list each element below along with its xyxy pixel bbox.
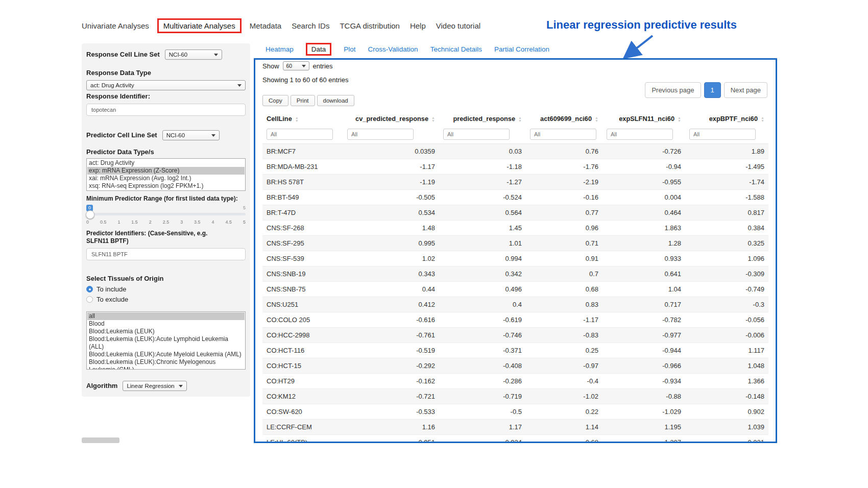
predictor-data-type-option[interactable]: act: Drug Activity [87, 159, 245, 167]
tab-heatmap[interactable]: Heatmap [266, 45, 294, 53]
cell: 0.68 [526, 282, 602, 297]
top-nav: Univariate AnalysesMultivariate Analyses… [82, 18, 486, 33]
chevron-down-icon [237, 84, 242, 87]
column-header-expslfn11-nci60[interactable]: expSLFN11_nci60▲▼ [602, 110, 685, 127]
predictor-data-type-option[interactable]: exp: mRNA Expression (Z-Score) [87, 167, 245, 175]
column-filter-input[interactable] [530, 129, 596, 140]
sort-icon[interactable]: ▲▼ [295, 116, 299, 123]
column-header-cv-predicted-response[interactable]: cv_predicted_response▲▼ [343, 110, 439, 127]
cell: -0.88 [602, 389, 685, 404]
nav-item-univariate-analyses[interactable]: Univariate Analyses [82, 19, 154, 33]
cell: 0.44 [343, 282, 439, 297]
table-row: LE:HL-60(TB)0.9510.9340.681.3070.031 [262, 435, 768, 444]
cell: -1.76 [526, 159, 602, 175]
predictor-identifiers-input[interactable] [86, 248, 246, 260]
cell: -0.309 [685, 266, 768, 282]
algorithm-select[interactable]: Linear Regression [123, 381, 186, 391]
tab-cross-validation[interactable]: Cross-Validation [368, 45, 418, 53]
tissue-option[interactable]: Blood:Leukemia (LEUK):Acute Lymphoid Leu… [87, 335, 245, 351]
cell: 0.0359 [343, 144, 439, 159]
tab-technical-details[interactable]: Technical Details [430, 45, 482, 53]
show-entries-row: Show 60 entries [262, 60, 768, 71]
sort-icon[interactable]: ▲▼ [595, 116, 598, 123]
nav-item-metadata[interactable]: Metadata [245, 19, 287, 33]
response-data-type-select[interactable]: act: Drug Activity [86, 80, 246, 90]
export-button-download[interactable]: download [317, 95, 354, 106]
sort-icon[interactable]: ▲▼ [518, 116, 522, 123]
slider-tick-label: 3 [180, 219, 183, 225]
table-row: BR:HS 578T-1.19-1.27-2.19-0.955-1.74 [262, 175, 768, 190]
nav-item-multivariate-analyses[interactable]: Multivariate Analyses [157, 18, 242, 33]
previous-page-button[interactable]: Previous page [645, 82, 701, 98]
tissue-include-radio[interactable]: To include [86, 285, 246, 293]
column-filter-input[interactable] [607, 129, 673, 140]
cell: 1.14 [526, 420, 602, 435]
response-cell-line-set-select[interactable]: NCI-60 [165, 50, 222, 60]
cell: 0.641 [602, 266, 685, 282]
nav-item-video-tutorial[interactable]: Video tutorial [431, 19, 486, 33]
cell: 0.412 [343, 297, 439, 312]
response-cell-line-set-label: Response Cell Line Set [86, 51, 160, 59]
table-row: BR:BT-549-0.505-0.524-0.160.004-1.588 [262, 190, 768, 205]
tissue-option[interactable]: Blood:Leukemia (LEUK):Acute Myeloid Leuk… [87, 351, 245, 358]
sort-icon[interactable]: ▲▼ [431, 116, 435, 123]
column-header-expbptf-nci60[interactable]: expBPTF_nci60▲▼ [685, 110, 768, 127]
export-button-print[interactable]: Print [291, 95, 315, 106]
tissue-exclude-radio[interactable]: To exclude [86, 296, 246, 303]
column-filter-input[interactable] [689, 129, 756, 140]
cell: 0.4 [439, 297, 526, 312]
predictor-data-type-option[interactable]: xai: mRNA Expression (Avg. log2 Int.) [87, 175, 245, 182]
tissue-option[interactable]: Blood:Leukemia (LEUK) [87, 328, 245, 335]
column-filter-input[interactable] [347, 129, 414, 140]
min-predictor-range-slider[interactable]: 0 5 00.511.522.533.544.55 [86, 205, 246, 225]
cell: -0.782 [602, 312, 685, 328]
cell: CO:HCT-116 [262, 343, 343, 358]
table-row: CO:HT29-0.162-0.286-0.4-0.9341.366 [262, 374, 768, 389]
show-entries-select[interactable]: 60 [283, 61, 309, 70]
tissue-option[interactable]: Blood:Leukemia (LEUK):Chronic Myelogenou… [87, 358, 245, 370]
slider-track[interactable] [86, 213, 246, 215]
sidebar: Response Cell Line Set NCI-60 Response D… [82, 43, 250, 397]
cell: 1.039 [685, 420, 768, 435]
cell: -0.533 [343, 404, 439, 420]
tissue-option[interactable]: all [87, 312, 245, 320]
sort-icon[interactable]: ▲▼ [678, 116, 681, 123]
show-label: Show [262, 62, 279, 70]
cell: CNS:SF-295 [262, 236, 343, 251]
tab-data[interactable]: Data [306, 43, 332, 56]
column-header-act609699-nci60[interactable]: act609699_nci60▲▼ [526, 110, 602, 127]
cell: -0.97 [526, 358, 602, 374]
nav-item-search-ids[interactable]: Search IDs [286, 19, 334, 33]
slider-handle[interactable] [86, 210, 94, 219]
column-filter-input[interactable] [267, 129, 333, 140]
cell: 1.04 [602, 282, 685, 297]
response-identifier-label: Response Identifier: [86, 92, 246, 101]
predictor-cell-line-set-select[interactable]: NCI-60 [162, 130, 220, 140]
chevron-down-icon [179, 385, 183, 387]
tab-plot[interactable]: Plot [344, 45, 355, 53]
cell: 0.817 [685, 205, 768, 221]
next-page-button[interactable]: Next page [724, 82, 767, 98]
tissue-include-label: To include [97, 285, 127, 293]
tissue-list[interactable]: allBloodBlood:Leukemia (LEUK)Blood:Leuke… [86, 311, 246, 370]
sort-icon[interactable]: ▲▼ [761, 116, 764, 123]
current-page-button[interactable]: 1 [704, 82, 721, 98]
column-header-cellline[interactable]: CellLine▲▼ [262, 110, 343, 127]
predictor-data-type-list[interactable]: act: Drug Activityexp: mRNA Expression (… [86, 158, 246, 191]
table-row: CNS:SF-2950.9951.010.711.280.325 [262, 236, 768, 251]
nav-item-tcga-distribution[interactable]: TCGA distribution [334, 19, 405, 33]
predictor-data-type-option[interactable]: xsq: RNA-seq Expression (log2 FPKM+1.) [87, 182, 245, 190]
column-header-predicted-response[interactable]: predicted_response▲▼ [439, 110, 526, 127]
response-identifier-input[interactable] [86, 104, 246, 116]
cell: -0.83 [526, 328, 602, 343]
cell: -0.16 [526, 190, 602, 205]
cell: 0.25 [526, 343, 602, 358]
export-button-copy[interactable]: Copy [262, 95, 288, 106]
cell: 0.71 [526, 236, 602, 251]
tissue-option[interactable]: Blood [87, 320, 245, 328]
filter-row [262, 127, 768, 144]
column-filter-input[interactable] [443, 129, 510, 140]
cell: 0.564 [439, 205, 526, 221]
nav-item-help[interactable]: Help [405, 19, 431, 33]
tab-partial-correlation[interactable]: Partial Correlation [494, 45, 549, 53]
